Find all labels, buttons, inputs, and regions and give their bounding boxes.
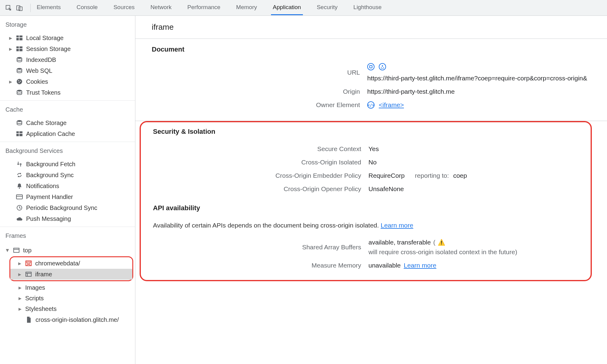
sidebar-item-websql[interactable]: Web SQL [0, 65, 135, 76]
copy-icon[interactable] [367, 63, 375, 70]
sidebar-item-application-cache[interactable]: Application Cache [0, 128, 135, 139]
svg-rect-1 [17, 5, 20, 10]
value-reporting-to: coep [453, 172, 467, 179]
sidebar-item-label: Notifications [26, 183, 59, 190]
cookie-icon [16, 78, 23, 85]
frames-file[interactable]: cross-origin-isolation.glitch.me/ [2, 314, 133, 325]
database-icon [16, 89, 23, 96]
origin-value: https://third-party-test.glitch.me [367, 88, 455, 95]
expand-icon[interactable]: ▶ [5, 249, 10, 253]
tab-performance[interactable]: Performance [185, 0, 222, 15]
sidebar-item-notifications[interactable]: Notifications [0, 180, 135, 191]
svg-rect-6 [19, 38, 22, 40]
frames-stylesheets[interactable]: ▶ Stylesheets [2, 304, 133, 314]
frames-scripts[interactable]: ▶ Scripts [2, 293, 133, 304]
table-icon [16, 34, 23, 42]
sidebar-item-background-fetch[interactable]: Background Fetch [0, 159, 135, 170]
sidebar-item-session-storage[interactable]: ▶ Session Storage [0, 43, 135, 54]
section-cache-title: Cache [0, 101, 135, 117]
svg-rect-19 [16, 131, 19, 133]
api-learn-more-link[interactable]: Learn more [381, 222, 413, 229]
section-frames-title: Frames [0, 227, 135, 244]
inspect-icon[interactable] [4, 4, 13, 12]
application-sidebar: Storage ▶ Local Storage ▶ Session Storag… [0, 16, 135, 364]
clock-icon [16, 204, 23, 211]
frames-chromewebdata[interactable]: ▶ chromewebdata/ [10, 258, 132, 269]
svg-rect-7 [16, 46, 19, 48]
sidebar-item-label: chromewebdata/ [35, 260, 80, 267]
row-coi: Cross-Origin Isolated No [141, 156, 591, 169]
expand-icon[interactable]: ▶ [19, 285, 22, 290]
row-coep: Cross-Origin Embedder Policy RequireCorp… [141, 169, 591, 182]
svg-rect-9 [16, 49, 19, 51]
svg-rect-22 [19, 134, 22, 136]
sidebar-item-label: iframe [35, 271, 52, 278]
mm-learn-more-link[interactable]: Learn more [404, 262, 436, 269]
devtools-topbar: Elements Console Sources Network Perform… [0, 0, 607, 16]
expand-icon[interactable]: ▶ [9, 36, 13, 40]
label-coep: Cross-Origin Embedder Policy [141, 172, 361, 179]
sidebar-item-label: Cookies [26, 78, 48, 85]
expand-icon[interactable]: ▶ [9, 79, 13, 84]
document-section: Document URL https://third-party-test.gl… [135, 39, 607, 121]
tab-sources[interactable]: Sources [112, 0, 137, 15]
frames-iframe[interactable]: ▶ iframe [10, 269, 132, 280]
api-heading: API availability [141, 204, 591, 212]
label-mm: Measure Memory [141, 262, 361, 269]
label-coop: Cross-Origin Opener Policy [141, 185, 361, 193]
sidebar-item-label: cross-origin-isolation.glitch.me/ [36, 316, 119, 323]
expand-icon[interactable]: ▶ [9, 47, 13, 51]
sidebar-item-label: IndexedDB [26, 56, 56, 63]
tab-security[interactable]: Security [315, 0, 340, 15]
sidebar-item-cache-storage[interactable]: Cache Storage [0, 117, 135, 128]
sidebar-item-payment-handler[interactable]: Payment Handler [0, 191, 135, 202]
reload-icon[interactable] [379, 63, 386, 70]
svg-rect-20 [19, 131, 22, 133]
tab-console[interactable]: Console [75, 0, 100, 15]
sidebar-item-background-sync[interactable]: Background Sync [0, 170, 135, 180]
tab-memory[interactable]: Memory [234, 0, 259, 15]
frames-top[interactable]: ▶ top [2, 245, 133, 256]
tab-elements[interactable]: Elements [35, 0, 63, 15]
sidebar-item-trust-tokens[interactable]: Trust Tokens [0, 87, 135, 98]
svg-point-17 [17, 90, 22, 92]
main-panel: iframe Document URL https://third-party-… [135, 16, 607, 364]
sidebar-item-indexeddb[interactable]: IndexedDB [0, 54, 135, 65]
row-secure-context: Secure Context Yes [141, 142, 591, 156]
card-icon [16, 193, 23, 201]
label-secure-context: Secure Context [141, 145, 361, 153]
document-heading: Document [135, 46, 607, 53]
sidebar-item-local-storage[interactable]: ▶ Local Storage [0, 32, 135, 43]
row-mm: Measure Memory unavailable Learn more [141, 259, 591, 272]
sidebar-item-push-messaging[interactable]: Push Messaging [0, 213, 135, 224]
value-sab: available, transferable [368, 239, 431, 246]
value-coi: No [368, 159, 377, 166]
sidebar-item-label: Stylesheets [25, 305, 56, 312]
sidebar-item-label: Application Cache [26, 130, 75, 137]
sidebar-item-label: Background Sync [26, 172, 74, 179]
row-coop: Cross-Origin Opener Policy UnsafeNone [141, 182, 591, 196]
warn-text: will require cross-origin isolated conte… [368, 248, 517, 256]
tab-application[interactable]: Application [271, 0, 303, 15]
expand-icon[interactable]: ▶ [18, 261, 22, 266]
svg-point-16 [19, 82, 20, 83]
element-icon[interactable]: </> [367, 101, 375, 109]
expand-icon[interactable]: ▶ [19, 307, 22, 311]
sidebar-item-periodic-sync[interactable]: Periodic Background Sync [0, 202, 135, 213]
value-secure-context: Yes [368, 145, 379, 153]
value-coep: RequireCorp [368, 172, 405, 179]
svg-rect-27 [14, 248, 19, 252]
svg-point-23 [19, 187, 20, 189]
sidebar-item-cookies[interactable]: ▶ Cookies [0, 76, 135, 87]
blocked-frame-icon [25, 260, 32, 267]
url-value: https://third-party-test.glitch.me/ifram… [367, 75, 587, 82]
page-title: iframe [135, 16, 607, 39]
frames-images[interactable]: ▶ Images [2, 282, 133, 293]
tab-network[interactable]: Network [149, 0, 174, 15]
expand-icon[interactable]: ▶ [19, 296, 22, 301]
tab-lighthouse[interactable]: Lighthouse [351, 0, 383, 15]
expand-icon[interactable]: ▶ [18, 272, 22, 277]
section-storage-title: Storage [0, 16, 135, 32]
device-toggle-icon[interactable] [15, 4, 24, 12]
owner-link[interactable]: <iframe> [379, 101, 404, 109]
